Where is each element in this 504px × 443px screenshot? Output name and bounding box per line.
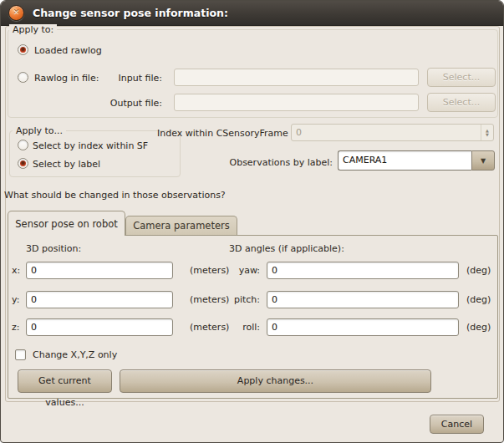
select-input-file-button: Select... <box>427 68 496 87</box>
pitch-field[interactable] <box>267 291 459 308</box>
tab-camera-parameters[interactable]: Camera parameters <box>125 216 237 235</box>
index-within-sf-value: 0 <box>292 125 481 140</box>
index-within-sf-spinner: 0 ▲ ▼ <box>291 124 494 141</box>
spin-down-icon: ▼ <box>486 133 489 137</box>
selection-mode-legend: Apply to... <box>13 125 66 136</box>
apply-changes-button[interactable]: Apply changes... <box>120 369 431 393</box>
angles-header: 3D angles (if applicable): <box>229 243 344 254</box>
combo-dropdown-button[interactable]: ▼ <box>471 150 495 171</box>
yaw-field[interactable] <box>267 262 459 279</box>
rawlog-in-file-radio[interactable] <box>18 72 28 83</box>
change-xyz-only-checkbox[interactable] <box>15 349 26 360</box>
y-field[interactable] <box>26 291 173 308</box>
input-file-field[interactable] <box>174 69 419 86</box>
position-header: 3D position: <box>26 243 81 254</box>
dropdown-arrow-icon: ▼ <box>481 157 486 165</box>
y-label: y: <box>12 294 19 305</box>
observations-combo-value: CAMERA1 <box>338 150 471 171</box>
output-file-field[interactable] <box>174 94 419 111</box>
selection-mode-group <box>9 130 181 177</box>
y-unit-label: (meters) <box>190 294 229 305</box>
yaw-label: yaw: <box>225 265 260 276</box>
tab-sensor-pose[interactable]: Sensor pose on robot <box>8 211 125 236</box>
select-by-label-label: Select by label <box>33 159 100 170</box>
window-close-button[interactable]: ✕ <box>8 5 24 21</box>
observations-by-label-label: Observations by label: <box>191 157 333 168</box>
select-by-index-radio[interactable] <box>18 140 28 150</box>
z-label: z: <box>12 322 19 333</box>
roll-label: roll: <box>225 322 260 333</box>
spinner-arrows: ▲ ▼ <box>481 125 493 140</box>
loaded-rawlog-label: Loaded rawlog <box>34 45 102 56</box>
title-bar: ✕ Change sensor pose information: <box>1 1 503 26</box>
pitch-unit-label: (deg) <box>466 294 491 305</box>
select-by-index-label: Select by index within SF <box>33 140 148 151</box>
index-within-sf-label: Index within CSensoryFrame <box>157 128 283 139</box>
dialog-window: ✕ Change sensor pose information: Apply … <box>0 0 504 443</box>
x-label: x: <box>12 265 20 276</box>
z-unit-label: (meters) <box>190 322 229 333</box>
loaded-rawlog-radio[interactable] <box>18 44 28 55</box>
x-unit-label: (meters) <box>190 265 229 276</box>
roll-field[interactable] <box>267 318 459 336</box>
roll-unit-label: (deg) <box>466 322 491 333</box>
change-xyz-only-label: Change X,Y,Z only <box>33 349 117 360</box>
apply-to-legend: Apply to: <box>9 24 57 35</box>
window-title: Change sensor pose information: <box>33 1 228 26</box>
x-field[interactable] <box>26 262 173 279</box>
question-label: What should be changed in those observat… <box>4 190 226 201</box>
output-file-label: Output file: <box>93 98 162 109</box>
close-icon: ✕ <box>13 9 20 17</box>
input-file-label: Input file: <box>104 73 162 84</box>
yaw-unit-label: (deg) <box>466 265 491 276</box>
get-current-values-button[interactable]: Get current values... <box>18 369 112 393</box>
cancel-button[interactable]: Cancel <box>430 415 484 434</box>
pitch-label: pitch: <box>225 294 260 305</box>
observations-combo[interactable]: CAMERA1 ▼ <box>338 150 495 171</box>
rawlog-in-file-label: Rawlog in file: <box>34 73 99 84</box>
select-output-file-button: Select... <box>427 93 496 112</box>
z-field[interactable] <box>26 318 173 336</box>
select-by-label-radio[interactable] <box>18 158 28 169</box>
